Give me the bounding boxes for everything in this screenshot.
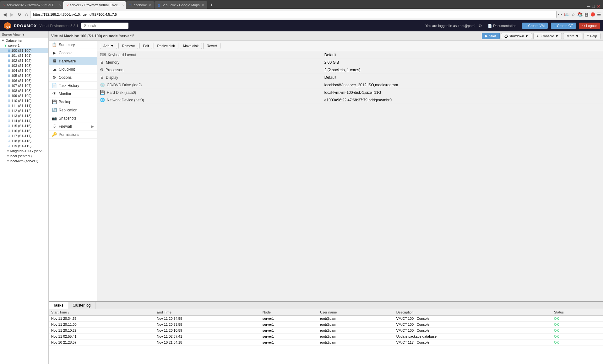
sidebar-item-vm108[interactable]: 🖥108 (S1-108) [0, 88, 48, 93]
col-node[interactable]: Node [260, 309, 318, 316]
col-start-time[interactable]: Start Time ↓ [49, 309, 154, 316]
settings-icon[interactable]: ⚙ [478, 24, 482, 28]
hardware-row-1[interactable]: 🖥Memory2.00 GiB [97, 59, 603, 66]
notification-icon[interactable]: 🔴 [590, 12, 595, 17]
menu-icon[interactable]: ☰ [597, 12, 601, 17]
sidebar-item-vm114[interactable]: 🖥114 (S1-114) [0, 118, 48, 123]
hardware-row-5[interactable]: 💾Hard Disk (sata0)local-lvm:vm-100-disk-… [97, 89, 603, 96]
vm-nav-item-cloud-init[interactable]: ☁Cloud-Init [49, 65, 97, 73]
col-desc[interactable]: Description [394, 309, 551, 316]
sidebar-item-vm100[interactable]: 🖥100 (S1-100) [0, 48, 48, 53]
vm-nav-item-hardware[interactable]: 🖥Hardware [49, 57, 97, 65]
sidebar-header-arrow[interactable]: ▼ [22, 33, 25, 36]
move-disk-button[interactable]: Move disk [180, 43, 202, 49]
sidebar-item-vm101[interactable]: 🖥101 (S1-101) [0, 53, 48, 58]
help-button[interactable]: ? Help [584, 33, 600, 39]
create-vm-button[interactable]: + Create VM [522, 23, 548, 29]
console-button[interactable]: >_ Console ▼ [533, 33, 562, 39]
sidebar-item-vm102[interactable]: 🖥102 (S1-102) [0, 58, 48, 63]
sidebar-item-vm119[interactable]: 🖥119 (S1-119) [0, 143, 48, 148]
hardware-row-4[interactable]: 💿CD/DVD Drive (ide2)local:iso/Winserver_… [97, 81, 603, 89]
refresh-button[interactable]: ↻ [16, 11, 23, 18]
documentation-button[interactable]: 📄 Documentation [485, 23, 519, 29]
shutdown-button[interactable]: ⏻ Shutdown ▼ [501, 33, 532, 39]
hardware-row-6[interactable]: 🌐Network Device (net0)e1000=96:22:47:68:… [97, 96, 603, 104]
remove-button[interactable]: Remove [118, 43, 138, 49]
home-button[interactable]: ⌂ [24, 11, 29, 18]
vm-nav-item-task-history[interactable]: 📄Task History [49, 82, 97, 90]
vm-nav-item-replication[interactable]: 🔄Replication [49, 106, 97, 114]
sidebar-item-vm105[interactable]: 🖥105 (S1-105) [0, 73, 48, 78]
sidebar-item-local[interactable]: ≡local (server1) [0, 153, 48, 158]
vm-nav-item-snapshots[interactable]: 📷Snapshots [49, 114, 97, 122]
bottom-tab-tasks[interactable]: Tasks [49, 302, 68, 309]
log-row-4[interactable]: Nov 10 21:28:57Nov 10 21:54:18server1roo… [49, 340, 603, 345]
add-button[interactable]: Add ▼ [100, 43, 117, 49]
vm-nav-item-permissions[interactable]: 🔑Permissions [49, 131, 97, 139]
sidebar-item-server1[interactable]: ▼server1 [0, 43, 48, 48]
new-tab-button[interactable]: + [208, 1, 215, 9]
sidebar-item-local-lvm[interactable]: ≡local-lvm (server1) [0, 158, 48, 163]
start-button[interactable]: ▶ Start [482, 33, 499, 39]
logout-button[interactable]: ↪ Logout [579, 23, 600, 29]
log-row-1[interactable]: Nov 11 20:11:00Nov 11 20:33:58server1roo… [49, 322, 603, 328]
sidebar-item-vm104[interactable]: 🖥104 (S1-104) [0, 68, 48, 73]
browser-tab-2[interactable]: ✕ server1 - Proxmox Virtual Envir... ✕ [63, 1, 126, 9]
sidebar-item-vm116[interactable]: 🖥116 (S1-116) [0, 128, 48, 133]
log-scroll[interactable]: Start Time ↓ End Time Node User name Des… [49, 309, 603, 364]
vm-nav-item-firewall[interactable]: 🛡Firewall▶ [49, 122, 97, 131]
col-end-time[interactable]: End Time [154, 309, 260, 316]
maximize-icon[interactable]: □ [592, 4, 595, 9]
sidebar-item-vm111[interactable]: 🖥111 (S1-111) [0, 103, 48, 108]
sidebar-item-vm112[interactable]: 🖥112 (S1-112) [0, 108, 48, 113]
star-icon[interactable]: ☆ [571, 12, 575, 17]
vm-nav-item-monitor[interactable]: 👁Monitor [49, 90, 97, 98]
sidebar-item-vm118[interactable]: 🖥118 (S1-118) [0, 138, 48, 143]
minimize-icon[interactable]: ─ [587, 4, 590, 9]
browser-tab-3[interactable]: f Facebook ✕ [126, 1, 154, 9]
vm-nav-item-backup[interactable]: 💾Backup [49, 98, 97, 106]
sidebar-item-vm113[interactable]: 🖥113 (S1-113) [0, 113, 48, 118]
bookmark-icon[interactable]: ⋯ [558, 12, 562, 17]
vm-nav-item-options[interactable]: ⚙Options [49, 73, 97, 82]
col-status[interactable]: Status [551, 309, 603, 316]
address-bar[interactable] [30, 11, 557, 18]
tab3-close[interactable]: ✕ [149, 3, 151, 7]
log-row-3[interactable]: Nov 11 02:55:41Nov 11 02:57:41server1roo… [49, 334, 603, 340]
browser-tab-1[interactable]: ✕ serveroc02 - Proxmox Virtual E... ✕ [0, 1, 63, 9]
sidebar-item-datacenter[interactable]: ▼Datacenter [0, 38, 48, 43]
forward-button[interactable]: ▶ [9, 11, 15, 18]
sidebar-item-vm115[interactable]: 🖥115 (S1-115) [0, 123, 48, 128]
sidebar-item-vm110[interactable]: 🖥110 (S1-110) [0, 98, 48, 103]
more-button[interactable]: More ▼ [563, 33, 582, 39]
lib-icon[interactable]: 📚 [577, 12, 583, 17]
hardware-row-3[interactable]: 🖥DisplayDefault [97, 74, 603, 81]
tab1-close[interactable]: ✕ [59, 3, 62, 7]
back-button[interactable]: ◀ [2, 11, 8, 18]
log-row-0[interactable]: Nov 11 20:34:56Nov 11 20:34:59server1roo… [49, 316, 603, 322]
tab4-close[interactable]: ✕ [202, 3, 204, 7]
sidebar-item-vm107[interactable]: 🖥107 (S1-107) [0, 83, 48, 88]
sidebar-item-vm117[interactable]: 🖥117 (S1-117) [0, 133, 48, 138]
sidebar-item-vm106[interactable]: 🖥106 (S1-106) [0, 78, 48, 83]
sidebar-toggle[interactable]: ▦ [584, 12, 589, 17]
sidebar-item-vm103[interactable]: 🖥103 (S1-103) [0, 63, 48, 68]
hardware-row-2[interactable]: ⚙Processors2 (2 sockets, 1 cores) [97, 66, 603, 74]
create-ct-button[interactable]: + Create CT [551, 23, 576, 29]
revert-button[interactable]: Revert [203, 43, 220, 49]
edit-button[interactable]: Edit [139, 43, 152, 49]
sidebar-item-vm109[interactable]: 🖥109 (S1-109) [0, 93, 48, 98]
close-icon[interactable]: ✕ [597, 4, 600, 9]
resize-disk-button[interactable]: Resize disk [154, 43, 178, 49]
reader-icon[interactable]: 📖 [564, 12, 569, 17]
sidebar-item-kingston[interactable]: ≡Kingston-120G (serv... [0, 148, 48, 153]
search-input[interactable] [81, 23, 128, 29]
col-user[interactable]: User name [318, 309, 394, 316]
vm-nav-item-summary[interactable]: 📋Summary [49, 41, 97, 49]
hardware-row-0[interactable]: ⌨Keyboard LayoutDefault [97, 51, 603, 59]
bottom-tab-cluster-log[interactable]: Cluster log [68, 302, 95, 309]
tab2-close[interactable]: ✕ [122, 3, 125, 7]
vm-nav-item-console[interactable]: ▶Console [49, 49, 97, 57]
browser-tab-4[interactable]: ◎ Sea Lake - Google Maps ✕ [155, 1, 207, 9]
log-row-2[interactable]: Nov 11 20:10:29Nov 11 20:10:59server1roo… [49, 328, 603, 334]
